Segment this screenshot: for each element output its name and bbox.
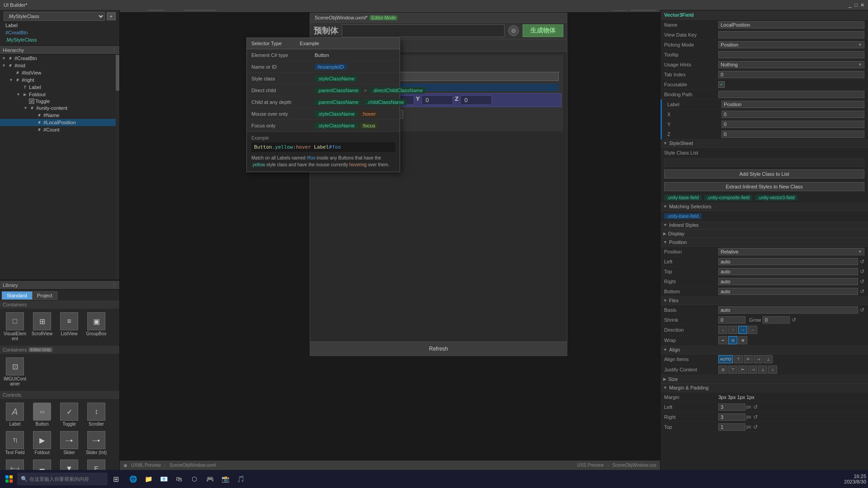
lib-item-minmax[interactable]: ⊢⊣ Min-Max Slider [2, 458, 28, 470]
flex-wrap-btn1[interactable]: ↩ [718, 336, 727, 344]
library-menu[interactable]: ⋮ [112, 282, 117, 288]
position-top-reset[interactable]: ↺ [860, 268, 864, 275]
taskbar-app5[interactable]: 🎮 [203, 472, 217, 486]
prop-tooltip-input[interactable] [718, 51, 864, 58]
name-field-input[interactable] [376, 72, 559, 81]
lib-item-visualelement[interactable]: □ VisualElement [2, 310, 28, 343]
title-minimize-btn[interactable]: ⎯ [849, 2, 852, 8]
tree-item-count[interactable]: # #Count [0, 126, 119, 133]
align-items-4[interactable]: ⊥ [764, 355, 773, 363]
size-fold[interactable]: ▶ Size [660, 375, 868, 384]
position-right-input[interactable]: auto [718, 278, 858, 285]
taskbar-store[interactable]: 🛍 [172, 472, 186, 486]
lib-item-scroller[interactable]: ↕ Scroller [83, 401, 109, 428]
tree-item-localpos[interactable]: # #LocalPosition [0, 119, 119, 126]
position-top-input[interactable]: auto [718, 268, 858, 275]
margin-left-reset[interactable]: ↺ [753, 404, 758, 410]
lib-item-enum[interactable]: E Enum [83, 458, 109, 470]
position-left-input[interactable]: auto [718, 258, 858, 265]
lib-item-scrollview[interactable]: ⊞ ScrollView [29, 310, 55, 343]
hierarchy-scrollbar[interactable] [116, 55, 119, 280]
margin-padding-fold[interactable]: ▼ Margin & Padding [660, 384, 868, 392]
prop-pickingmode-dropdown[interactable]: Position ▼ [718, 41, 864, 48]
extract-styles-btn[interactable]: Extract Inlined Styles to New Class [664, 182, 864, 191]
justify-1[interactable]: ⊡ [718, 366, 727, 374]
hierarchy-panel[interactable]: ▼ # #CreatBtn ▼ # #mid # #listView ▼ # #… [0, 55, 119, 280]
align-items-auto[interactable]: AUTO [718, 355, 733, 363]
lib-item-button[interactable]: ▭ Button [29, 401, 55, 428]
style-class-dropdown[interactable]: .MyStyleClass [4, 12, 105, 21]
taskbar-search-bar[interactable]: 🔍 在这里输入你要搜索的内容 [17, 473, 108, 485]
taskbar-task-view[interactable]: ⊞ [108, 472, 123, 486]
position-type-dropdown[interactable]: Relative ▼ [718, 248, 864, 255]
add-style-class-btn-inspector[interactable]: Add Style Class to List [664, 169, 864, 178]
type-picker-btn[interactable]: ⊙ [508, 25, 519, 36]
lib-item-progress[interactable]: ▬ Progress Bar [29, 458, 55, 470]
margin-right-input[interactable]: 3 [718, 413, 745, 421]
lib-item-imgui[interactable]: ⊡ IMGUIContainer [2, 356, 28, 388]
justify-4[interactable]: ⊣ [748, 366, 757, 374]
margin-top-reset[interactable]: ↺ [753, 424, 758, 430]
inlined-styles-fold[interactable]: ▼ Inlined Styles [660, 221, 868, 230]
flex-dir-btn2[interactable]: ↑ [728, 326, 737, 334]
prop-tabindex-input[interactable]: 0 [718, 71, 864, 78]
prop-z-input[interactable]: 0 [722, 131, 864, 138]
matching-tag-base[interactable]: .unity-base-field [664, 213, 702, 219]
justify-5[interactable]: ⊥ [758, 366, 767, 374]
justify-2[interactable]: ⊤ [728, 366, 737, 374]
uss-item-mystyleclass[interactable]: .MyStyleClass [2, 36, 118, 43]
display-fold[interactable]: ▶ Display [660, 230, 868, 238]
generate-btn[interactable]: 生成物体 [523, 24, 563, 37]
flex-basis-input[interactable]: auto [718, 306, 858, 314]
uss-item-creatbtn[interactable]: #CreatBtn [2, 29, 118, 36]
tree-item-creatbtn[interactable]: ▼ # #CreatBtn [0, 55, 119, 62]
prop-y-input[interactable]: 0 [722, 121, 864, 128]
type-field[interactable]: <no type> [342, 24, 505, 37]
taskbar-mail[interactable]: 📧 [156, 472, 171, 486]
lib-item-label[interactable]: A Label [2, 401, 28, 428]
matching-selectors-fold[interactable]: ▼ Matching Selectors [660, 202, 868, 211]
add-style-class-btn[interactable]: + [107, 12, 116, 20]
tree-item-foldout[interactable]: ▼ ▶ Foldout [0, 91, 119, 98]
justify-3[interactable]: ⊢ [738, 366, 747, 374]
flex-dir-btn4[interactable]: ← [748, 326, 757, 334]
flex-basis-reset[interactable]: ↺ [860, 307, 864, 313]
tab-standard[interactable]: Standard [2, 291, 32, 300]
hierarchy-scrollbar-thumb[interactable] [116, 55, 119, 91]
lib-item-foldout[interactable]: ▶ Foldout [29, 429, 55, 457]
hierarchy-menu[interactable]: ⋮ [112, 47, 117, 53]
lib-item-toggle[interactable]: ✓ Toggle [56, 401, 82, 428]
taskbar-unity[interactable]: ⬡ [187, 472, 202, 486]
tree-item-unity-content[interactable]: ▼ # #unity-content [0, 104, 119, 112]
justify-6[interactable]: ↕ [768, 366, 777, 374]
class-tag-vector3-field[interactable]: .unity-vector3-field [755, 195, 797, 201]
tree-item-right[interactable]: ▼ # #right [0, 76, 119, 84]
stylesheet-section-fold[interactable]: ▼ StyleSheet [660, 139, 868, 148]
prop-viewdatakey-input[interactable] [718, 31, 864, 38]
position-bottom-input[interactable]: auto [718, 288, 858, 295]
lib-item-dropdown[interactable]: ▼ Dropdown [56, 458, 82, 470]
style-class-list-input[interactable] [664, 159, 864, 167]
taskbar-start-btn[interactable] [2, 472, 16, 486]
position-right-reset[interactable]: ↺ [860, 278, 864, 285]
taskbar-chrome[interactable]: 🌐 [126, 472, 140, 486]
tree-item-mid[interactable]: ▼ # #mid [0, 62, 119, 69]
z-field[interactable]: 0 [460, 95, 492, 105]
prop-name-input[interactable]: LocalPosition [718, 21, 864, 28]
flex-dir-btn3[interactable]: → [738, 326, 747, 334]
title-close-btn[interactable]: ✕ [860, 2, 864, 8]
tree-item-label-node[interactable]: T Label [0, 84, 119, 91]
flex-shrink-input[interactable]: 0 [718, 316, 745, 324]
margin-right-reset[interactable]: ↺ [753, 414, 758, 420]
flex-wrap-btn2[interactable]: ⊡ [728, 336, 737, 344]
prop-focusable-checkbox[interactable]: ✓ [718, 81, 725, 88]
margin-left-input[interactable]: 3 [718, 404, 745, 411]
prop-usagehints-dropdown[interactable]: Nothing ▼ [718, 61, 864, 68]
tree-item-name[interactable]: # #Name [0, 112, 119, 119]
position-section-fold[interactable]: ▼ Position [660, 238, 868, 247]
lib-item-textfield[interactable]: T| Text Field [2, 429, 28, 457]
flex-dir-btn1[interactable]: ↓ [718, 326, 727, 334]
class-tag-base-field[interactable]: .unity-base-field [664, 195, 702, 201]
y-field[interactable]: 0 [421, 95, 453, 105]
class-tag-composite-field[interactable]: .unity-composite-field [704, 195, 752, 201]
